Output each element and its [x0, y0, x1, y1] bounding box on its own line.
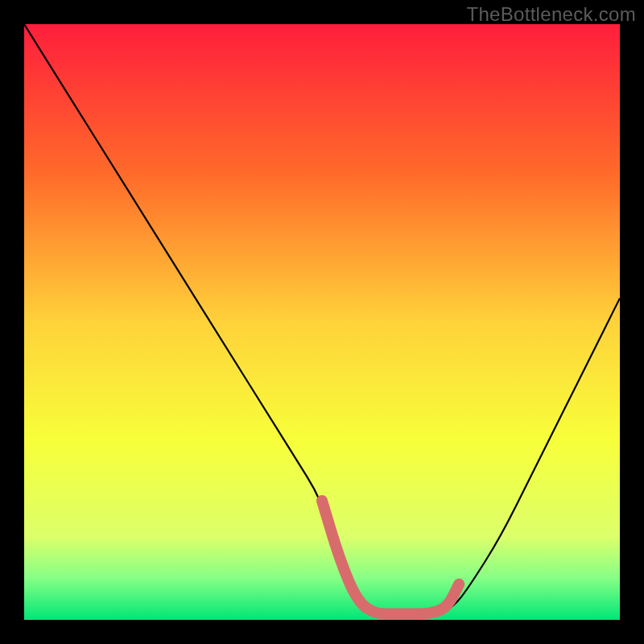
- watermark-text: TheBottleneck.com: [466, 3, 636, 26]
- plot-area: [24, 24, 620, 620]
- gradient-background: [24, 24, 620, 620]
- chart-svg: [24, 24, 620, 620]
